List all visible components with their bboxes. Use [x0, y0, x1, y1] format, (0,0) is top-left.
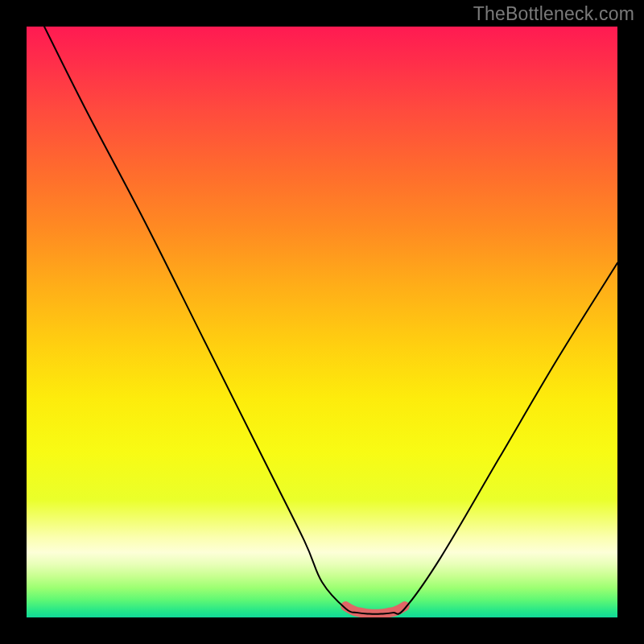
curve-layer [27, 27, 617, 617]
watermark-text: TheBottleneck.com [473, 3, 634, 25]
chart-frame: TheBottleneck.com [0, 0, 644, 644]
bottleneck-curve [44, 27, 617, 614]
plot-area [27, 27, 617, 617]
